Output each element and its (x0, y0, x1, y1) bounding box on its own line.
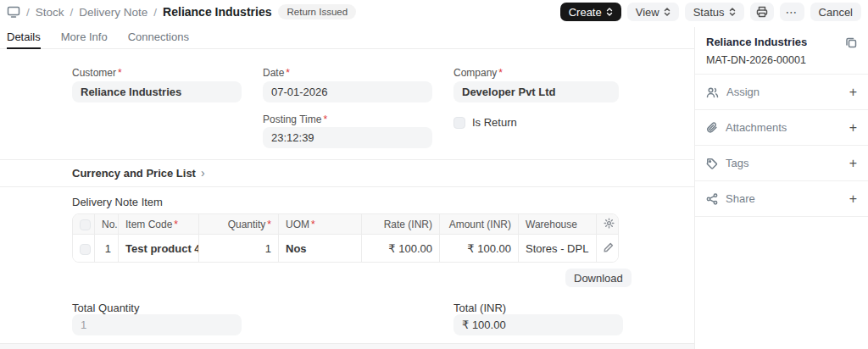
currency-section-label: Currency and Price List (72, 167, 196, 180)
currency-price-list-section[interactable]: Currency and Price List › (72, 166, 205, 180)
breadcrumb-separator: / (70, 6, 74, 19)
add-attachment-button[interactable]: + (849, 121, 857, 135)
items-section-label: Delivery Note Item (72, 196, 163, 208)
col-header-rate: Rate (INR) (361, 214, 439, 235)
is-return-checkbox[interactable] (453, 117, 465, 129)
tags-label: Tags (726, 157, 842, 169)
assign-label: Assign (726, 86, 842, 98)
status-badge: Return Issued (278, 4, 356, 19)
items-grid: No. Item Code* Quantity* UOM* Rate (INR)… (72, 213, 619, 263)
cancel-button-label: Cancel (819, 6, 853, 19)
sidebar-item-attachments[interactable]: Attachments + (695, 110, 868, 146)
item-row: 1 Test product 41... 1 Nos ₹ 100.00 ₹ 10… (73, 235, 619, 262)
date-field[interactable]: 07-01-2026 (263, 81, 432, 102)
customer-label: Customer* (72, 67, 122, 79)
posting-time-field[interactable]: 23:12:39 (263, 127, 432, 148)
is-return-row: Is Return (453, 116, 517, 129)
section-divider (0, 159, 694, 160)
download-button[interactable]: Download (565, 269, 632, 287)
add-share-button[interactable]: + (849, 192, 857, 206)
desktop-icon (7, 6, 20, 18)
view-button-label: View (636, 6, 659, 19)
item-row-no: 1 (94, 235, 118, 262)
total-inr-field: ₹ 100.00 (453, 314, 623, 335)
col-header-quantity: Quantity* (198, 214, 278, 235)
required-marker: * (286, 67, 290, 79)
document-id[interactable]: MAT-DN-2026-00001 (706, 54, 857, 66)
topbar-actions: Create View Status (560, 3, 861, 21)
col-header-uom: UOM* (278, 214, 361, 235)
company-label: Company* (453, 67, 503, 79)
sidebar-item-assign[interactable]: Assign + (695, 75, 868, 110)
col-header-warehouse: Warehouse (518, 214, 596, 235)
section-divider (0, 186, 694, 187)
attachments-label: Attachments (726, 121, 842, 134)
copy-icon[interactable] (845, 36, 857, 48)
row-checkbox[interactable] (80, 244, 91, 255)
pencil-icon (604, 242, 614, 252)
required-marker: * (267, 219, 271, 230)
status-button-label: Status (693, 6, 725, 19)
next-section-edge (0, 343, 694, 349)
view-button[interactable]: View (627, 3, 679, 21)
customer-field[interactable]: Reliance Industries (72, 81, 242, 102)
paperclip-icon (706, 122, 718, 134)
download-button-label: Download (574, 272, 623, 285)
quantity-cell[interactable]: 1 (198, 235, 278, 262)
sidebar-customer-title: Reliance Industries (706, 36, 807, 48)
printer-icon (756, 6, 768, 18)
add-assignment-button[interactable]: + (849, 86, 857, 99)
required-marker: * (311, 219, 315, 230)
total-quantity-label: Total Quantity (72, 302, 140, 314)
create-button-label: Create (569, 6, 602, 19)
required-marker: * (118, 67, 122, 79)
cancel-button[interactable]: Cancel (810, 3, 861, 21)
create-button[interactable]: Create (560, 3, 621, 21)
breadcrumb-current-doc: Reliance Industries (163, 5, 271, 19)
required-marker: * (498, 67, 503, 79)
breadcrumb-separator: / (153, 6, 157, 19)
tab-details[interactable]: Details (7, 26, 41, 49)
col-header-item-code: Item Code* (118, 214, 198, 235)
share-label: Share (726, 192, 842, 205)
delivery-note-page: / Stock / Delivery Note / Reliance Indus… (0, 0, 868, 349)
col-header-no: No. (94, 214, 118, 235)
tab-connections[interactable]: Connections (128, 26, 189, 49)
ellipsis-icon: ⋯ (786, 5, 798, 19)
sidebar-header: Reliance Industries MAT-DN-2026-00001 (695, 27, 868, 75)
posting-time-label: Posting Time* (263, 114, 327, 125)
total-quantity-field: 1 (72, 314, 242, 335)
chevron-updown-icon (729, 7, 736, 17)
breadcrumb-separator: / (26, 6, 30, 19)
edit-row-cell[interactable] (596, 235, 619, 262)
gear-icon (604, 218, 615, 229)
add-tag-button[interactable]: + (849, 157, 857, 170)
sidebar-item-tags[interactable]: Tags + (695, 146, 868, 181)
share-icon (706, 193, 718, 205)
total-inr-label: Total (INR) (453, 302, 506, 314)
uom-cell[interactable]: Nos (278, 235, 361, 262)
tab-more-info[interactable]: More Info (61, 26, 108, 49)
company-field[interactable]: Developer Pvt Ltd (453, 81, 619, 102)
more-menu-button[interactable]: ⋯ (780, 3, 804, 21)
print-button[interactable] (750, 3, 774, 21)
tag-icon (706, 158, 718, 169)
select-all-checkbox[interactable] (80, 219, 91, 230)
form-tabs: Details More Info Connections (0, 26, 694, 49)
status-button[interactable]: Status (685, 3, 744, 21)
rate-cell[interactable]: ₹ 100.00 (361, 235, 439, 262)
item-code-cell[interactable]: Test product 41... (118, 235, 198, 262)
breadcrumb: / Stock / Delivery Note / Reliance Indus… (7, 5, 271, 19)
warehouse-cell[interactable]: Stores - DPL (518, 235, 596, 262)
breadcrumb-stock[interactable]: Stock (36, 6, 64, 19)
chevron-updown-icon (664, 7, 670, 17)
amount-cell[interactable]: ₹ 100.00 (439, 235, 518, 262)
grid-settings-cell[interactable] (596, 214, 619, 235)
required-marker: * (174, 219, 178, 230)
sidebar-item-share[interactable]: Share + (695, 181, 868, 217)
breadcrumb-delivery-note[interactable]: Delivery Note (79, 6, 147, 19)
chevron-right-icon: › (201, 166, 205, 180)
assign-users-icon (706, 86, 719, 98)
chevron-updown-icon (606, 7, 613, 17)
date-label: Date* (263, 67, 290, 79)
